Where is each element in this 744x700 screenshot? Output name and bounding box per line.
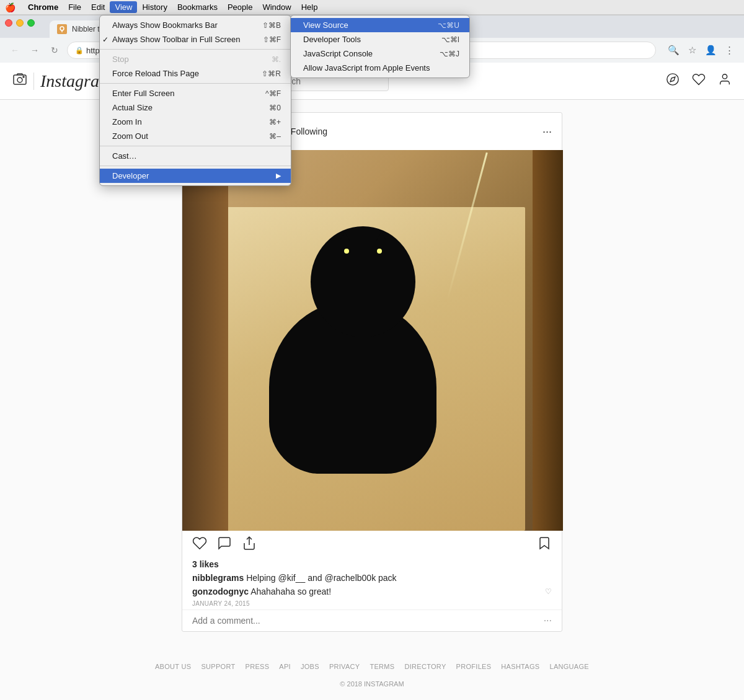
instagram-camera-icon xyxy=(12,72,27,91)
footer-link-profiles[interactable]: PROFILES xyxy=(456,663,492,670)
menu-check-toolbar: ✓ xyxy=(102,35,108,44)
submenu-shortcut-view-source: ⌥⌘U xyxy=(438,21,459,30)
bookmark-icon[interactable] xyxy=(537,536,552,554)
svg-marker-6 xyxy=(670,77,675,82)
menu-shortcut-toolbar: ⇧⌘F xyxy=(263,35,281,44)
chrome-actions: 🔍 ☆ 👤 ⋮ xyxy=(666,43,737,58)
svg-point-0 xyxy=(60,27,64,30)
submenu-javascript-console[interactable]: JavaScript Console ⌥⌘J xyxy=(291,47,469,61)
back-button[interactable]: ← xyxy=(7,43,22,58)
menu-label-fullscreen: Enter Full Screen xyxy=(112,89,253,98)
menu-cast[interactable]: Cast… xyxy=(100,149,291,163)
menu-file[interactable]: File xyxy=(63,1,86,13)
submenu-label-developer-tools: Developer Tools xyxy=(303,35,429,44)
svg-point-3 xyxy=(17,78,22,82)
cat-ear-right xyxy=(376,232,386,241)
share-icon[interactable] xyxy=(242,536,257,554)
menu-shortcut-reload: ⇧⌘R xyxy=(262,69,281,78)
profile-icon[interactable] xyxy=(718,73,732,89)
box-right-wall xyxy=(533,150,563,531)
menu-window[interactable]: Window xyxy=(257,1,296,13)
add-comment-input[interactable] xyxy=(192,616,544,626)
like-icon[interactable] xyxy=(192,536,207,554)
footer-link-terms[interactable]: TERMS xyxy=(370,663,394,670)
compass-icon[interactable] xyxy=(666,73,680,89)
footer-link-directory[interactable]: DIRECTORY xyxy=(404,663,446,670)
apple-menu[interactable]: 🍎 xyxy=(5,2,16,12)
menu-shortcut-fullscreen: ^⌘F xyxy=(265,89,281,98)
menu-label-zoomout: Zoom Out xyxy=(112,131,257,141)
caption-body: Helping @kif__ and @rachelb00k pack xyxy=(246,573,396,583)
post-more-icon[interactable]: ··· xyxy=(542,125,552,138)
menu-shortcut-actual: ⌘0 xyxy=(269,104,281,112)
footer-link-language[interactable]: LANGUAGE xyxy=(549,663,589,670)
menu-always-show-toolbar[interactable]: ✓ Always Show Toolbar in Full Screen ⇧⌘F xyxy=(100,32,291,47)
traffic-lights xyxy=(5,19,35,27)
post-following: Following xyxy=(291,126,327,136)
logo-divider xyxy=(33,73,34,90)
lock-icon: 🔒 xyxy=(75,47,84,55)
cat-ear-left xyxy=(340,232,350,241)
menu-arrow-developer: ▶ xyxy=(276,172,281,180)
menu-developer[interactable]: Developer ▶ xyxy=(100,169,291,183)
cat-eye-right xyxy=(377,249,382,254)
menu-stop[interactable]: Stop ⌘. xyxy=(100,52,291,66)
menu-force-reload[interactable]: Force Reload This Page ⇧⌘R xyxy=(100,66,291,81)
comment-icon[interactable] xyxy=(217,536,232,554)
menu-help[interactable]: Help xyxy=(296,1,323,13)
menu-bookmarks[interactable]: Bookmarks xyxy=(172,1,223,13)
heart-icon[interactable] xyxy=(692,73,706,89)
profile-icon[interactable]: 👤 xyxy=(703,43,718,58)
menu-dots-icon[interactable]: ⋮ xyxy=(722,43,737,58)
bookmark-star-icon[interactable]: ☆ xyxy=(684,43,699,58)
menu-shortcut-bookmarks: ⇧⌘B xyxy=(262,21,281,30)
menu-label-stop: Stop xyxy=(112,55,259,64)
ig-caption: nibblegrams Helping @kif__ and @rachelb0… xyxy=(182,572,562,585)
search-icon[interactable]: 🔍 xyxy=(666,43,681,58)
submenu-view-source[interactable]: View Source ⌥⌘U xyxy=(291,18,469,32)
submenu-label-allow-javascript: Allow JavaScript from Apple Events xyxy=(303,63,447,73)
close-button[interactable] xyxy=(5,19,12,27)
menu-view[interactable]: View xyxy=(110,1,137,13)
submenu-developer-tools[interactable]: Developer Tools ⌥⌘I xyxy=(291,32,469,47)
minimize-button[interactable] xyxy=(16,19,24,27)
footer-link-press[interactable]: PRESS xyxy=(246,663,270,670)
menu-zoom-out[interactable]: Zoom Out ⌘– xyxy=(100,129,291,143)
menu-label-zoomin: Zoom In xyxy=(112,117,257,126)
menu-sep-2 xyxy=(100,83,291,84)
comment-more-icon[interactable]: ··· xyxy=(544,615,552,626)
footer-link-hashtags[interactable]: HASHTAGS xyxy=(501,663,539,670)
ig-add-comment: ··· xyxy=(182,609,562,631)
comment-heart-icon[interactable]: ♡ xyxy=(545,587,552,596)
footer-link-api[interactable]: API xyxy=(279,663,291,670)
footer-link-support[interactable]: SUPPORT xyxy=(201,663,235,670)
menu-actual-size[interactable]: Actual Size ⌘0 xyxy=(100,100,291,115)
menu-history[interactable]: History xyxy=(137,1,172,13)
menu-chrome[interactable]: Chrome xyxy=(23,1,63,13)
forward-button[interactable]: → xyxy=(27,43,42,58)
menu-shortcut-zoomin: ⌘+ xyxy=(269,118,281,126)
ig-post-image xyxy=(182,150,563,531)
menu-label-cast: Cast… xyxy=(112,151,268,161)
menu-always-show-bookmarks[interactable]: Always Show Bookmarks Bar ⇧⌘B xyxy=(100,18,291,32)
comment-username[interactable]: gonzodognyc xyxy=(192,587,249,596)
menu-zoom-in[interactable]: Zoom In ⌘+ xyxy=(100,115,291,129)
ig-post-actions xyxy=(182,531,562,559)
footer-link-privacy[interactable]: PRIVACY xyxy=(329,663,360,670)
footer-link-jobs[interactable]: JOBS xyxy=(301,663,319,670)
ig-comment: gonzodognyc Ahahahaha so great! ♡ xyxy=(182,585,562,598)
ig-likes: 3 likes xyxy=(182,559,562,572)
menu-label-reload: Force Reload This Page xyxy=(112,69,249,78)
menu-sep-1 xyxy=(100,49,291,50)
maximize-button[interactable] xyxy=(27,19,35,27)
comment-content: gonzodognyc Ahahahaha so great! xyxy=(192,587,331,596)
menu-people[interactable]: People xyxy=(223,1,257,13)
tab-favicon xyxy=(57,24,67,34)
reload-button[interactable]: ↻ xyxy=(47,43,62,58)
menu-edit[interactable]: Edit xyxy=(86,1,110,13)
submenu-allow-javascript[interactable]: Allow JavaScript from Apple Events xyxy=(291,61,469,75)
menu-enter-fullscreen[interactable]: Enter Full Screen ^⌘F xyxy=(100,86,291,100)
footer-link-about[interactable]: ABOUT US xyxy=(155,663,191,670)
box-left-wall xyxy=(182,150,228,531)
caption-username[interactable]: nibblegrams xyxy=(192,573,244,583)
